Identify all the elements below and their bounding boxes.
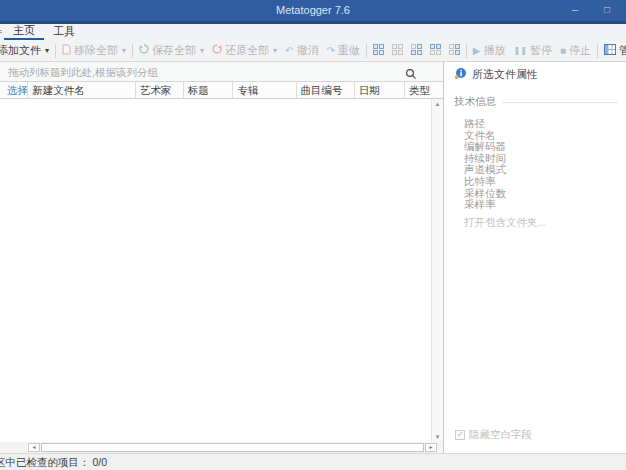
file-list-area: 拖动列标题到此处,根据该列分组 选择 新建文件名 艺术家 标题 专辑 曲目编号 … (0, 62, 443, 453)
tab-home[interactable]: 主页 (4, 24, 44, 40)
hide-empty-fields-label: 隐藏空白字段 (469, 428, 532, 442)
remove-all-label: 移除全部 (74, 43, 118, 58)
technical-info-label: 技术信息 (454, 95, 496, 109)
remove-all-button[interactable]: 移除全部 ▾ (58, 43, 130, 58)
table-body-empty: ▲ ▼ (0, 99, 443, 442)
stop-icon: ■ (560, 46, 566, 56)
column-header-select[interactable]: 选择 (3, 82, 28, 98)
undo-icon: ↶ (285, 46, 293, 56)
chevron-down-icon: ▾ (45, 46, 49, 55)
technical-info-section: 技术信息 (454, 95, 618, 109)
check-selected-icon[interactable] (429, 43, 442, 58)
redo-icon: ↷ (326, 46, 334, 56)
manage-columns-label: 管理列 (619, 43, 626, 58)
table-header-row: 选择 新建文件名 艺术家 标题 专辑 曲目编号 日期 类型 (0, 82, 443, 99)
scroll-right-icon[interactable]: ► (425, 443, 437, 452)
ribbon: 件 主页 工具 添加文件 ▾ 移除全部 ▾ 保存全部 (0, 24, 626, 62)
toolbar-separator (55, 44, 56, 58)
chevron-down-icon: ▾ (273, 46, 277, 55)
scroll-left-icon[interactable]: ◄ (28, 443, 40, 452)
technical-fields: 路径 文件名 编解码器 持续时间 声道模式 比特率 采样位数 采样率 (454, 118, 618, 211)
check-all-icon[interactable] (372, 43, 385, 58)
uncheck-all-icon[interactable] (391, 43, 404, 58)
restore-all-icon (212, 44, 222, 57)
toolbar-separator (366, 44, 367, 58)
redo-button[interactable]: ↷ 重做 (322, 43, 363, 58)
toolbar-separator (466, 44, 467, 58)
restore-all-label: 还原全部 (225, 43, 269, 58)
column-header-date[interactable]: 日期 (355, 82, 405, 98)
properties-panel-title: 所选文件属性 (472, 67, 538, 82)
column-header-track-number[interactable]: 曲目编号 (297, 82, 355, 98)
open-containing-folder-link[interactable]: 打开包含文件夹... (454, 216, 618, 230)
checked-items-status: 区中已检查的项目： 0/0 (0, 454, 107, 470)
window-title: Metatogger 7.6 (0, 0, 626, 21)
main-area: 拖动列标题到此处,根据该列分组 选择 新建文件名 艺术家 标题 专辑 曲目编号 … (0, 62, 626, 453)
maximize-button[interactable]: □ (592, 0, 622, 21)
scroll-down-icon[interactable]: ▼ (435, 434, 441, 440)
status-bar: 区中已检查的项目： 0/0 (0, 453, 626, 470)
column-header-artist[interactable]: 艺术家 (136, 82, 184, 98)
pause-icon: ❚❚ (514, 46, 527, 56)
chevron-down-icon: ▾ (122, 46, 126, 55)
scroll-up-icon[interactable]: ▲ (435, 101, 441, 107)
stop-label: 停止 (569, 43, 591, 58)
toolbar-separator (132, 44, 133, 58)
menu-tab-row: 件 主页 工具 (0, 24, 626, 40)
pause-label: 暂停 (530, 43, 552, 58)
play-label: 播放 (484, 43, 506, 58)
checkbox-check-icon: ✓ (455, 430, 465, 440)
column-header-new-filename[interactable]: 新建文件名 (28, 82, 136, 98)
field-bitrate: 比特率 (464, 176, 618, 188)
field-sample-rate: 采样率 (464, 199, 618, 211)
stop-button[interactable]: ■ 停止 (556, 43, 595, 58)
column-header-title[interactable]: 标题 (184, 82, 234, 98)
column-header-album[interactable]: 专辑 (233, 82, 296, 98)
manage-columns-icon (604, 44, 616, 57)
manage-columns-button[interactable]: 管理列 (600, 43, 626, 58)
field-path: 路径 (464, 118, 618, 130)
invert-check-icon[interactable] (410, 43, 423, 58)
properties-panel-header: 所选文件属性 (454, 67, 618, 82)
tab-tools[interactable]: 工具 (44, 24, 84, 40)
add-files-label: 添加文件 (0, 43, 41, 58)
undo-label: 撤消 (296, 43, 318, 58)
selected-file-properties-panel: 所选文件属性 技术信息 路径 文件名 编解码器 持续时间 声道模式 比特率 采样… (443, 62, 626, 453)
play-icon: ▶ (473, 46, 481, 56)
redo-label: 重做 (338, 43, 360, 58)
restore-all-button[interactable]: 还原全部 ▾ (208, 43, 281, 58)
save-all-label: 保存全部 (152, 43, 196, 58)
horizontal-scrollbar[interactable]: ◄ ► (0, 442, 443, 453)
group-by-bar[interactable]: 拖动列标题到此处,根据该列分组 (0, 62, 443, 82)
toolbar-separator (597, 44, 598, 58)
play-button[interactable]: ▶ 播放 (469, 43, 510, 58)
file-properties-icon (454, 67, 467, 82)
remove-file-icon (62, 44, 71, 57)
pause-button[interactable]: ❚❚ 暂停 (510, 43, 556, 58)
hide-empty-fields-checkbox[interactable]: ✓ 隐藏空白字段 (455, 428, 532, 442)
app-window: Metatogger 7.6 – □ 件 主页 工具 添加文件 ▾ 移除全部 ▾ (0, 0, 626, 470)
minimize-button[interactable]: – (560, 0, 590, 21)
toolbar: 添加文件 ▾ 移除全部 ▾ 保存全部 ▾ (0, 40, 626, 61)
vertical-scrollbar[interactable]: ▲ ▼ (431, 99, 443, 442)
scrollbar-thumb[interactable] (41, 443, 424, 452)
add-files-button[interactable]: 添加文件 ▾ (0, 43, 53, 58)
section-divider (502, 102, 618, 103)
search-icon[interactable] (405, 66, 417, 86)
chevron-down-icon: ▾ (200, 46, 204, 55)
title-bar: Metatogger 7.6 – □ (0, 0, 626, 21)
save-all-icon (139, 44, 149, 57)
uncheck-selected-icon[interactable] (448, 43, 461, 58)
undo-button[interactable]: ↶ 撤消 (281, 43, 322, 58)
save-all-button[interactable]: 保存全部 ▾ (135, 43, 208, 58)
group-by-hint: 拖动列标题到此处,根据该列分组 (8, 66, 158, 78)
